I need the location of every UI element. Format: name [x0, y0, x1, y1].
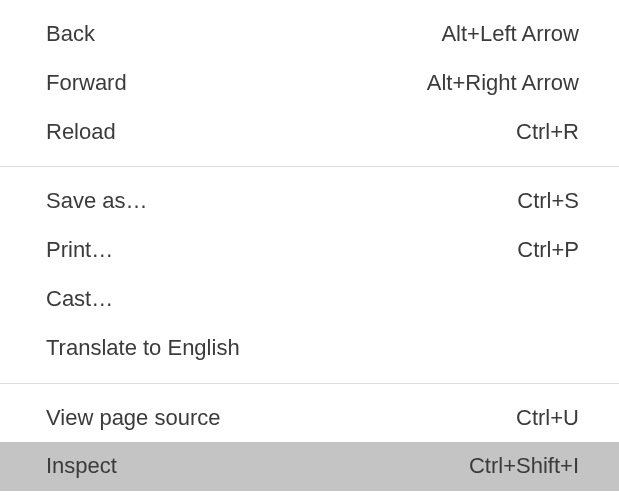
- menu-item-forward[interactable]: Forward Alt+Right Arrow: [0, 59, 619, 108]
- menu-item-label: Forward: [46, 68, 127, 99]
- menu-separator: [0, 383, 619, 384]
- menu-item-reload[interactable]: Reload Ctrl+R: [0, 108, 619, 157]
- menu-item-shortcut: Ctrl+P: [517, 235, 579, 266]
- menu-separator: [0, 166, 619, 167]
- menu-item-label: Inspect: [46, 451, 117, 482]
- menu-item-shortcut: Ctrl+R: [516, 117, 579, 148]
- menu-item-view-source[interactable]: View page source Ctrl+U: [0, 394, 619, 443]
- menu-item-inspect[interactable]: Inspect Ctrl+Shift+I: [0, 442, 619, 491]
- menu-item-print[interactable]: Print… Ctrl+P: [0, 226, 619, 275]
- menu-item-label: Reload: [46, 117, 116, 148]
- menu-item-translate[interactable]: Translate to English: [0, 324, 619, 373]
- menu-item-label: View page source: [46, 403, 221, 434]
- menu-item-label: Cast…: [46, 284, 113, 315]
- menu-item-shortcut: Alt+Right Arrow: [427, 68, 579, 99]
- menu-item-shortcut: Ctrl+U: [516, 403, 579, 434]
- menu-item-label: Print…: [46, 235, 113, 266]
- menu-item-label: Back: [46, 19, 95, 50]
- menu-item-label: Save as…: [46, 186, 148, 217]
- menu-item-save-as[interactable]: Save as… Ctrl+S: [0, 177, 619, 226]
- menu-item-shortcut: Ctrl+S: [517, 186, 579, 217]
- menu-item-label: Translate to English: [46, 333, 240, 364]
- context-menu: Back Alt+Left Arrow Forward Alt+Right Ar…: [0, 0, 619, 491]
- menu-item-cast[interactable]: Cast…: [0, 275, 619, 324]
- menu-item-back[interactable]: Back Alt+Left Arrow: [0, 10, 619, 59]
- menu-item-shortcut: Ctrl+Shift+I: [469, 451, 579, 482]
- menu-item-shortcut: Alt+Left Arrow: [441, 19, 579, 50]
